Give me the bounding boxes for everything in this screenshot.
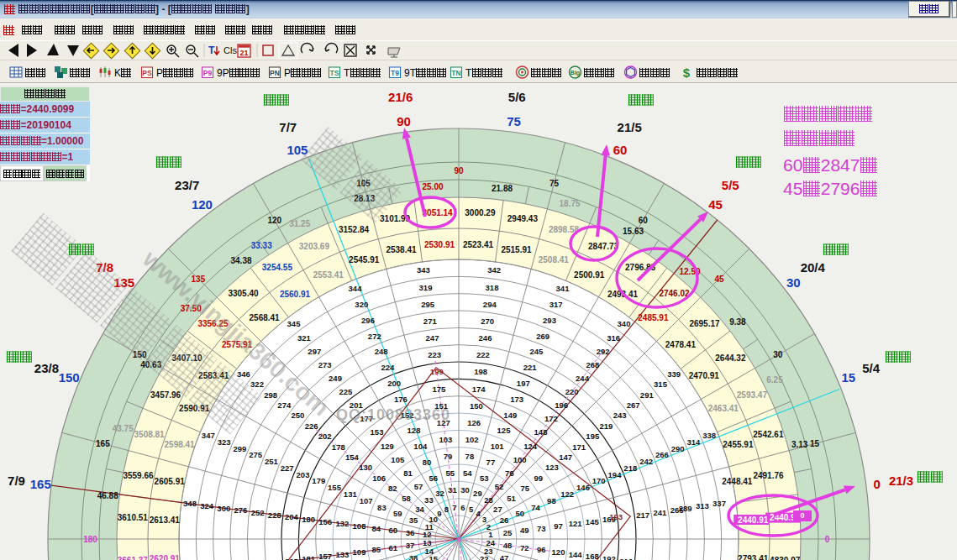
svg-text:172: 172 xyxy=(544,414,558,423)
svg-text:45: 45 xyxy=(715,275,725,284)
svg-text:275: 275 xyxy=(249,450,263,459)
svg-text:219: 219 xyxy=(599,421,613,431)
svg-text:203: 203 xyxy=(297,470,310,479)
svg-text:3051.14: 3051.14 xyxy=(423,208,454,217)
svg-text:83: 83 xyxy=(377,503,386,512)
svg-text:18.75: 18.75 xyxy=(559,199,580,208)
svg-text:96: 96 xyxy=(537,545,546,554)
svg-text:133: 133 xyxy=(335,550,349,559)
svg-text:2508.41: 2508.41 xyxy=(539,255,570,264)
svg-text:171: 171 xyxy=(572,442,586,452)
svg-text:60: 60 xyxy=(613,143,628,157)
svg-text:245: 245 xyxy=(529,347,544,356)
svg-text:192: 192 xyxy=(602,554,616,560)
svg-text:24: 24 xyxy=(486,538,496,547)
svg-text:270: 270 xyxy=(481,317,494,326)
svg-text:7/7: 7/7 xyxy=(279,120,297,134)
svg-text:T: T xyxy=(208,44,215,56)
svg-text:340: 340 xyxy=(618,319,631,328)
svg-text:2847.73: 2847.73 xyxy=(588,242,619,251)
svg-text:97: 97 xyxy=(554,521,563,531)
svg-text:2485.91: 2485.91 xyxy=(638,313,669,322)
svg-text:2620.91: 2620.91 xyxy=(150,554,181,560)
svg-text:21/3: 21/3 xyxy=(889,474,913,488)
svg-text:318: 318 xyxy=(486,283,499,292)
svg-text:34: 34 xyxy=(415,505,424,514)
svg-text:2: 2 xyxy=(486,522,491,531)
svg-text:99: 99 xyxy=(534,474,544,483)
svg-text:2793.41: 2793.41 xyxy=(738,554,769,560)
svg-text:126: 126 xyxy=(467,418,481,427)
svg-text:348: 348 xyxy=(183,499,197,508)
svg-text:2491.76: 2491.76 xyxy=(753,471,784,480)
svg-text:82: 82 xyxy=(388,484,397,493)
svg-text:224: 224 xyxy=(381,363,395,372)
svg-text:315: 315 xyxy=(654,379,668,389)
svg-text:226: 226 xyxy=(305,421,318,431)
svg-text:168: 168 xyxy=(586,552,599,560)
svg-text:250: 250 xyxy=(291,411,304,420)
svg-text:316: 316 xyxy=(607,333,620,343)
svg-text:61: 61 xyxy=(389,543,398,552)
svg-text:28: 28 xyxy=(484,495,493,505)
svg-text:321: 321 xyxy=(297,333,312,343)
svg-text:181: 181 xyxy=(302,554,316,560)
svg-text:246: 246 xyxy=(479,333,492,343)
svg-text:108: 108 xyxy=(353,521,366,531)
svg-text:9.38: 9.38 xyxy=(729,317,746,327)
svg-text:204: 204 xyxy=(285,512,299,521)
svg-text:298: 298 xyxy=(264,390,277,400)
svg-text:317: 317 xyxy=(549,300,563,309)
svg-text:21.88: 21.88 xyxy=(492,184,513,193)
svg-text:243: 243 xyxy=(613,411,627,420)
svg-text:2470.91: 2470.91 xyxy=(689,371,720,380)
svg-text:30: 30 xyxy=(460,485,470,495)
svg-text:198: 198 xyxy=(474,367,487,376)
svg-text:342: 342 xyxy=(487,265,501,275)
svg-text:269: 269 xyxy=(536,332,549,341)
svg-text:2593.47: 2593.47 xyxy=(737,390,768,400)
svg-text:49: 49 xyxy=(520,526,529,535)
svg-text:5/5: 5/5 xyxy=(722,178,739,192)
svg-text:121: 121 xyxy=(569,519,583,528)
svg-text:300: 300 xyxy=(217,504,230,513)
svg-text:32: 32 xyxy=(435,489,444,498)
svg-text:2560.91: 2560.91 xyxy=(280,290,311,299)
svg-text:227: 227 xyxy=(281,463,294,473)
svg-text:52: 52 xyxy=(495,482,504,491)
svg-text:223: 223 xyxy=(428,350,441,359)
svg-text:75: 75 xyxy=(520,484,529,493)
svg-text:2605.91: 2605.91 xyxy=(155,477,186,486)
svg-text:222: 222 xyxy=(476,350,490,359)
svg-text:150: 150 xyxy=(470,401,483,411)
svg-text:220: 220 xyxy=(565,387,579,396)
svg-text:218: 218 xyxy=(623,463,637,473)
svg-text:276: 276 xyxy=(234,505,247,515)
svg-text:60: 60 xyxy=(389,526,398,535)
svg-text:23: 23 xyxy=(484,547,493,556)
svg-text:252: 252 xyxy=(251,508,265,517)
svg-text:3508.81: 3508.81 xyxy=(134,430,166,439)
svg-text:TN: TN xyxy=(451,69,460,77)
svg-text:194: 194 xyxy=(608,470,623,479)
svg-text:2644.32: 2644.32 xyxy=(715,353,746,363)
svg-text:339: 339 xyxy=(667,369,681,379)
svg-text:4830.97: 4830.97 xyxy=(770,556,801,560)
svg-text:0: 0 xyxy=(825,535,830,544)
svg-text:216: 216 xyxy=(619,557,633,560)
svg-text:3: 3 xyxy=(482,515,486,524)
svg-text:57: 57 xyxy=(414,482,423,491)
svg-text:0: 0 xyxy=(800,511,804,520)
svg-text:7/9: 7/9 xyxy=(8,474,25,488)
svg-text:2515.91: 2515.91 xyxy=(501,245,532,254)
svg-text:PN: PN xyxy=(270,69,280,77)
svg-text:7: 7 xyxy=(452,503,456,512)
svg-text:3.13: 3.13 xyxy=(791,440,808,449)
svg-text:266: 266 xyxy=(655,450,669,459)
svg-text:130: 130 xyxy=(359,463,372,472)
svg-text:80: 80 xyxy=(423,458,432,467)
svg-text:319: 319 xyxy=(419,283,433,292)
svg-text:105: 105 xyxy=(391,455,405,464)
svg-text:75: 75 xyxy=(549,179,560,188)
svg-text:84: 84 xyxy=(371,524,381,533)
